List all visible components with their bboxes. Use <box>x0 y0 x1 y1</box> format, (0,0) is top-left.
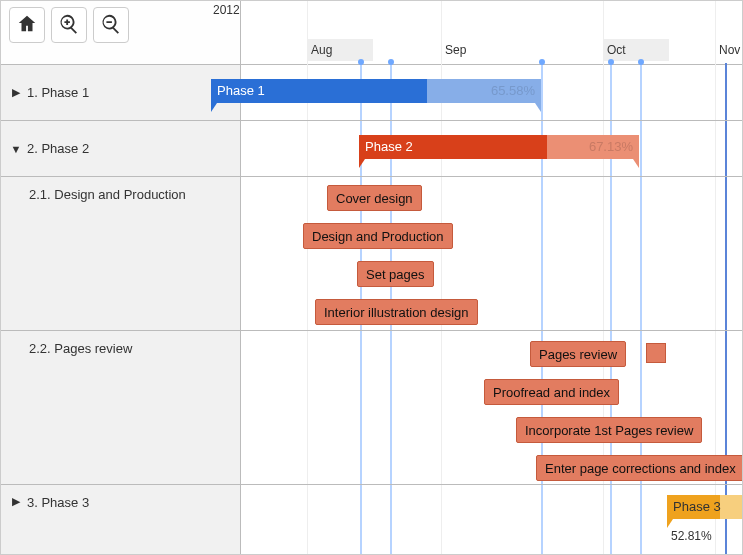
month-label: Oct <box>607 43 626 57</box>
gantt-widget: ▶ 1. Phase 1 ▼ 2. Phase 2 2.1. Design an… <box>0 0 743 555</box>
tree-label: 2. Phase 2 <box>27 141 89 156</box>
caret-right-icon: ▶ <box>9 495 23 508</box>
task-bar[interactable]: Set pages <box>357 261 434 287</box>
task-bar[interactable]: Interior illustration design <box>315 299 478 325</box>
summary-label: Phase 2 <box>365 135 413 159</box>
zoom-out-icon <box>100 13 122 38</box>
zoom-out-button[interactable] <box>93 7 129 43</box>
summary-pct: 65.58% <box>491 79 535 103</box>
tree-panel: ▶ 1. Phase 1 ▼ 2. Phase 2 2.1. Design an… <box>1 1 241 554</box>
summary-label: Phase 3 <box>673 495 721 519</box>
task-bar[interactable]: Incorporate 1st Pages review <box>516 417 702 443</box>
chart-panel[interactable]: 2012 Aug Sep Oct Nov <box>241 1 742 554</box>
tree-label: 2.1. Design and Production <box>29 187 186 202</box>
task-bar[interactable]: Enter page corrections and index <box>536 455 743 481</box>
tree-label: 3. Phase 3 <box>27 495 89 510</box>
tree-row-design[interactable]: 2.1. Design and Production <box>1 177 240 331</box>
tree-label: 1. Phase 1 <box>27 85 89 100</box>
time-header: 2012 Aug Sep Oct Nov <box>241 1 742 65</box>
summary-label: Phase 1 <box>217 79 265 103</box>
year-label: 2012 <box>213 3 240 17</box>
tree-row-phase2[interactable]: ▼ 2. Phase 2 <box>1 121 240 177</box>
home-icon <box>16 13 38 38</box>
home-button[interactable] <box>9 7 45 43</box>
month-label: Nov <box>719 43 740 57</box>
tree-row-phase1[interactable]: ▶ 1. Phase 1 <box>1 65 240 121</box>
task-bar[interactable]: Proofread and index <box>484 379 619 405</box>
summary-bar-phase3[interactable]: Phase 3 <box>667 495 743 519</box>
caret-down-icon: ▼ <box>9 143 23 155</box>
task-bar[interactable]: Design and Production <box>303 223 453 249</box>
month-label: Sep <box>445 43 466 57</box>
summary-pct: 67.13% <box>589 135 633 159</box>
month-label: Aug <box>311 43 332 57</box>
summary-bar-phase1[interactable]: Phase 1 65.58% <box>211 79 541 103</box>
caret-right-icon: ▶ <box>9 86 23 99</box>
tree-label: 2.2. Pages review <box>29 341 132 356</box>
zoom-in-icon <box>58 13 80 38</box>
summary-bar-phase2[interactable]: Phase 2 67.13% <box>359 135 639 159</box>
zoom-in-button[interactable] <box>51 7 87 43</box>
task-bar[interactable]: Pages review <box>530 341 626 367</box>
task-bar[interactable]: Cover design <box>327 185 422 211</box>
summary-pct: 52.81% <box>671 529 712 543</box>
milestone[interactable] <box>646 343 666 363</box>
toolbar <box>9 7 129 43</box>
tree-row-pages[interactable]: 2.2. Pages review <box>1 331 240 485</box>
tree-row-phase3[interactable]: ▶ 3. Phase 3 <box>1 485 240 555</box>
